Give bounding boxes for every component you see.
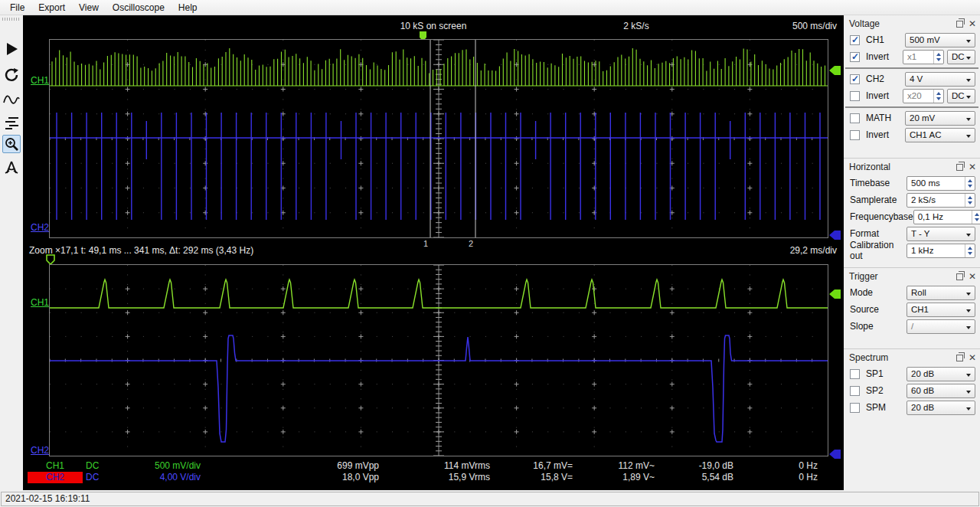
float-panel-icon[interactable] — [956, 164, 963, 171]
ch2-name[interactable]: CH2 — [28, 472, 83, 483]
menu-oscilloscope[interactable]: Oscilloscope — [106, 1, 172, 15]
toolbar — [0, 15, 23, 490]
spm-magnitude-combobox[interactable]: 20 dB — [906, 401, 975, 415]
math-checkbox[interactable] — [850, 113, 860, 123]
zoom-waveform-panel — [49, 264, 828, 456]
chevron-down-icon — [966, 118, 971, 121]
close-panel-icon[interactable]: ✕ — [969, 355, 976, 361]
main-waveform-panel — [49, 39, 828, 238]
main-ch1-label[interactable]: CH1 — [31, 75, 49, 86]
zoom-ch1-level-arrow[interactable] — [829, 289, 841, 299]
ch2-invert-checkbox[interactable] — [850, 91, 860, 101]
ch1-gain-combobox[interactable]: 500 mV — [905, 33, 975, 47]
main-ch2-label[interactable]: CH2 — [31, 222, 49, 233]
ch2-gain-combobox[interactable]: 4 V — [905, 72, 975, 87]
sp2-magnitude-combobox[interactable]: 60 dB — [906, 384, 975, 398]
sp1-checkbox[interactable] — [850, 369, 860, 379]
sp2-checkbox[interactable] — [850, 386, 860, 396]
spm-checkbox[interactable] — [850, 403, 860, 413]
chevron-down-icon — [966, 407, 971, 411]
spin-arrows-icon[interactable] — [972, 211, 980, 224]
menu-view[interactable]: View — [72, 1, 106, 15]
float-panel-icon[interactable] — [956, 273, 963, 280]
ch2-coupling-combobox[interactable]: DC — [947, 89, 975, 103]
ch2-probe-spinbox[interactable]: x20 — [903, 89, 944, 103]
spin-arrows-icon[interactable] — [965, 244, 975, 257]
main-ch1-level-arrow[interactable] — [829, 66, 841, 75]
ch1-invert-checkbox[interactable] — [850, 52, 860, 62]
zoom-mode-button[interactable] — [2, 135, 21, 153]
trigger-dock-title: Trigger — [849, 271, 956, 282]
float-panel-icon[interactable] — [956, 355, 963, 361]
zoom-marker-1-label[interactable]: 1 — [423, 239, 428, 248]
ch1-probe-spinbox[interactable]: x1 — [903, 50, 944, 64]
math-invert-checkbox[interactable] — [850, 130, 860, 140]
samplerate-spinbox[interactable]: 2 kS/s — [906, 193, 975, 208]
main-ch2-level-arrow[interactable] — [829, 231, 841, 240]
ch2-vdc: 15,8 V= — [490, 472, 573, 483]
ch1-name[interactable]: CH1 — [28, 460, 83, 472]
spectrum-dock-title: Spectrum — [849, 352, 956, 363]
main-waveform-display — [50, 40, 828, 237]
measure-tool-icon — [4, 159, 19, 175]
voltage-dock-title: Voltage — [849, 18, 956, 29]
trigger-mode-combobox[interactable]: Roll — [906, 286, 975, 300]
sine-wave-icon — [3, 92, 20, 107]
menu-file[interactable]: File — [3, 1, 31, 15]
ch2-vac: 1,89 V~ — [573, 472, 655, 483]
zoom-ch2-label[interactable]: CH2 — [31, 445, 49, 456]
voltage-dock-button[interactable] — [2, 90, 21, 109]
format-combobox[interactable]: T - Y — [906, 227, 975, 241]
scope-area: 10 kS on screen 2 kS/s 500 ms/div CH1 CH… — [23, 15, 844, 490]
float-panel-icon[interactable] — [956, 21, 963, 28]
measure-tool-button[interactable] — [2, 158, 21, 176]
ch1-db: -19,0 dB — [655, 460, 733, 472]
ch1-vdc: 16,7 mV= — [490, 460, 573, 472]
math-gain-combobox[interactable]: 20 mV — [905, 111, 975, 126]
calibration-out-spinbox[interactable]: 1 kHz — [906, 244, 975, 258]
frequencybase-spinbox[interactable]: 0,1 Hz — [913, 210, 980, 224]
toolbar-grip[interactable] — [2, 18, 21, 21]
horizontal-dock-titlebar: Horizontal ✕ — [844, 159, 980, 173]
close-panel-icon[interactable]: ✕ — [969, 21, 976, 28]
menu-export[interactable]: Export — [31, 1, 72, 15]
menu-help[interactable]: Help — [172, 1, 204, 15]
ch1-coupling: DC — [86, 460, 116, 472]
zoom-timebase-label: 29,2 ms/div — [790, 245, 837, 256]
spin-arrows-icon[interactable] — [933, 90, 943, 103]
math-mode-combobox[interactable]: CH1 AC — [905, 128, 975, 142]
zoom-ch1-label[interactable]: CH1 — [31, 297, 49, 308]
spin-arrows-icon[interactable] — [965, 194, 975, 207]
start-sampling-button[interactable] — [2, 40, 21, 58]
ch2-checkbox[interactable] — [850, 74, 860, 84]
ch1-vac: 112 mV~ — [573, 460, 655, 472]
samplerate-label: 2 kS/s — [606, 21, 667, 31]
chevron-down-icon — [966, 309, 971, 312]
ch1-coupling-combobox[interactable]: DC — [947, 50, 975, 64]
zoom-waveform-display — [50, 265, 828, 456]
timebase-spinbox[interactable]: 500 ms — [906, 176, 975, 191]
ch2-vrms: 15,9 Vrms — [379, 472, 490, 483]
spin-arrows-icon[interactable] — [965, 177, 975, 190]
close-panel-icon[interactable]: ✕ — [969, 273, 976, 280]
menu-bar: File Export View Oscilloscope Help — [0, 0, 980, 15]
chevron-down-icon — [966, 293, 971, 296]
trigger-slope-combobox[interactable]: / — [906, 319, 975, 334]
levels-icon — [4, 115, 19, 130]
chevron-down-icon — [966, 79, 971, 82]
divider — [845, 67, 978, 69]
chevron-down-icon — [966, 391, 971, 394]
spectrum-dock-titlebar: Spectrum ✕ — [844, 349, 980, 364]
chevron-down-icon — [966, 234, 971, 237]
spin-arrows-icon[interactable] — [933, 51, 943, 64]
ch1-checkbox[interactable] — [850, 35, 860, 45]
levels-dock-button[interactable] — [2, 113, 21, 132]
horizontal-dock-title: Horizontal — [849, 162, 956, 172]
refresh-button[interactable] — [2, 66, 21, 84]
zoom-marker-2-label[interactable]: 2 — [469, 239, 473, 248]
zoom-ch2-level-arrow[interactable] — [829, 450, 841, 459]
sp1-magnitude-combobox[interactable]: 20 dB — [906, 367, 975, 381]
close-panel-icon[interactable]: ✕ — [969, 164, 976, 171]
trigger-source-combobox[interactable]: CH1 — [906, 303, 975, 317]
ch1-freq: 0 Hz — [733, 460, 818, 472]
